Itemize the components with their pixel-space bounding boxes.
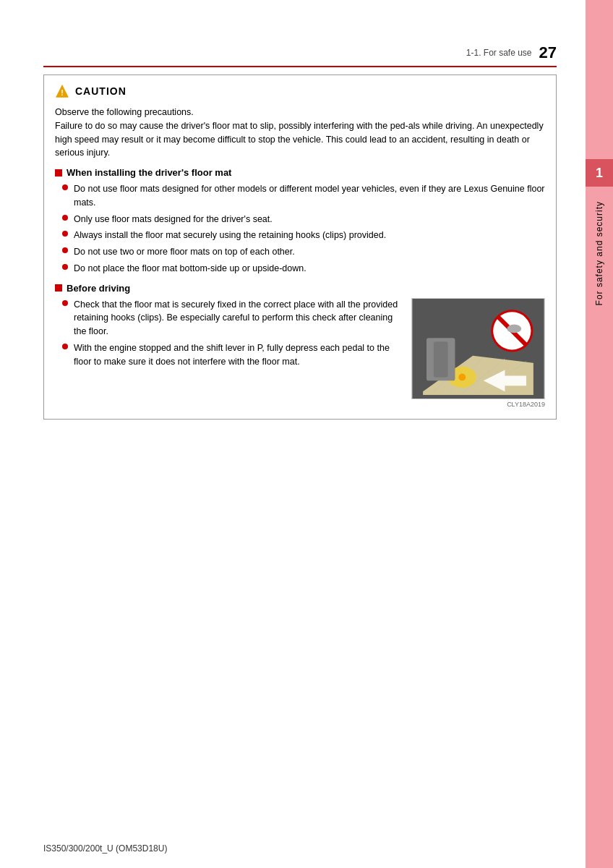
driving-section-header: Before driving (55, 283, 545, 294)
driving-bullets: Check that the floor mat is securely fix… (55, 298, 400, 408)
svg-text:!: ! (61, 88, 64, 97)
svg-point-10 (458, 373, 466, 380)
bullet-text: Do not use two or more floor mats on top… (74, 245, 295, 259)
floor-mat-svg (412, 299, 544, 399)
installing-bullets: Do not use floor mats designed for other… (55, 182, 545, 276)
installing-section-title: When installing the driver's floor mat (67, 167, 231, 178)
caution-header: ! CAUTION (55, 84, 545, 98)
page-number: 27 (539, 43, 557, 62)
sidebar-label: For safety and security (594, 201, 604, 305)
page-container: 1 For safety and security 1-1. For safe … (0, 0, 613, 868)
list-item: Check that the floor mat is securely fix… (55, 298, 400, 339)
right-sidebar: 1 For safety and security (586, 0, 613, 868)
list-item: Do not use two or more floor mats on top… (55, 245, 545, 259)
bullet-dot-icon (62, 264, 68, 270)
driving-section-title: Before driving (67, 283, 130, 294)
bullet-text: Only use floor mats designed for the dri… (74, 213, 273, 226)
list-item: Do not use floor mats designed for other… (55, 182, 545, 210)
bullet-dot-icon (62, 184, 68, 190)
sidebar-text: 1 For safety and security (586, 0, 613, 868)
list-item: With the engine stopped and the shift le… (55, 341, 400, 369)
page-header: 1-1. For safe use 27 (43, 43, 557, 67)
bullet-text: Do not place the floor mat bottom-side u… (74, 262, 306, 276)
bullet-dot-icon (62, 215, 68, 221)
driving-section-square (55, 284, 62, 292)
svg-point-16 (507, 324, 521, 333)
bullet-dot-icon (62, 247, 68, 253)
footer-text: IS350/300/200t_U (OM53D18U) (43, 843, 167, 854)
caution-intro: Observe the following precautions. Failu… (55, 106, 545, 160)
image-caption: CLY18A2019 (411, 401, 545, 408)
bullet-dot-icon (62, 231, 68, 237)
floor-mat-image: CLY18A2019 (411, 298, 545, 408)
main-content: 1-1. For safe use 27 ! CAUTION Observe t… (0, 0, 586, 868)
bullet-dot-icon (62, 344, 68, 349)
page-footer: IS350/300/200t_U (OM53D18U) (43, 843, 167, 854)
caution-intro-line1: Observe the following precautions. (55, 106, 545, 119)
installing-section-header: When installing the driver's floor mat (55, 167, 545, 178)
caution-box: ! CAUTION Observe the following precauti… (43, 75, 557, 420)
chapter-number: 1 (586, 159, 613, 187)
caution-intro-line2: Failure to do so may cause the driver's … (55, 119, 545, 160)
list-item: Always install the floor mat securely us… (55, 229, 545, 242)
installing-section-square (55, 169, 62, 176)
before-driving-content: Check that the floor mat is securely fix… (55, 298, 545, 408)
bullet-text: Always install the floor mat securely us… (74, 229, 386, 242)
bullet-text: With the engine stopped and the shift le… (74, 341, 400, 369)
header-section: 1-1. For safe use (466, 48, 532, 58)
bullet-text: Do not use floor mats designed for other… (74, 182, 545, 210)
bullet-dot-icon (62, 300, 68, 306)
bullet-text: Check that the floor mat is securely fix… (74, 298, 400, 339)
floor-mat-illustration (411, 298, 545, 399)
list-item: Only use floor mats designed for the dri… (55, 213, 545, 226)
caution-triangle-icon: ! (55, 84, 69, 98)
svg-rect-12 (434, 341, 448, 377)
caution-title: CAUTION (75, 85, 127, 97)
list-item: Do not place the floor mat bottom-side u… (55, 262, 545, 276)
